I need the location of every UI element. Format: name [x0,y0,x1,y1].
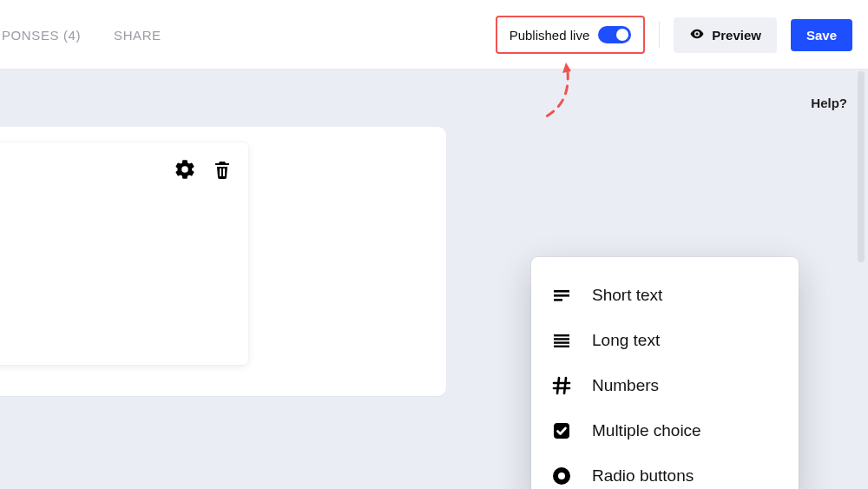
svg-rect-5 [554,341,569,343]
publish-label: Published live [510,28,590,43]
field-type-numbers[interactable]: Numbers [531,363,799,408]
hash-icon [550,375,573,396]
radio-icon [550,466,573,486]
svg-line-8 [564,378,566,393]
svg-rect-2 [554,299,562,301]
help-link[interactable]: Help? [811,96,847,110]
eye-icon [689,26,705,44]
question-actions [174,158,233,184]
svg-rect-4 [554,338,569,340]
header-nav-left: PONSES (4) SHARE [0,0,163,69]
header-right: Published live Preview Save [496,0,852,69]
svg-point-13 [558,472,565,479]
checkbox-icon [550,420,573,441]
field-type-short-text[interactable]: Short text [531,273,799,318]
form-card [0,127,446,396]
separator [659,22,660,48]
gear-icon[interactable] [174,158,196,184]
field-type-label: Short text [592,286,662,305]
header: PONSES (4) SHARE Published live Preview … [0,0,868,69]
preview-button-label: Preview [712,28,761,43]
canvas: Help? Short text [0,69,868,489]
field-type-label: Radio buttons [592,466,694,486]
question-block[interactable] [0,142,248,365]
tab-share[interactable]: SHARE [112,28,163,43]
svg-rect-0 [554,290,569,293]
field-type-radio-buttons[interactable]: Radio buttons [531,453,799,489]
svg-rect-3 [554,334,569,336]
scrollbar[interactable] [858,71,865,262]
preview-button[interactable]: Preview [674,17,777,53]
long-text-icon [550,330,573,351]
svg-rect-6 [554,346,569,347]
short-text-icon [550,285,573,306]
field-type-label: Multiple choice [592,421,701,440]
field-type-label: Long text [592,331,660,350]
save-button-label: Save [806,28,837,43]
field-type-label: Numbers [592,376,659,395]
field-type-menu: Short text Long text Numbers Multiple ch… [531,257,799,489]
publish-toggle[interactable] [598,26,631,43]
svg-line-7 [557,378,559,393]
annotation-arrow [536,61,589,139]
svg-rect-1 [554,294,569,297]
publish-highlight-box: Published live [496,16,646,54]
trash-icon[interactable] [212,158,233,184]
field-type-long-text[interactable]: Long text [531,318,799,363]
field-type-multiple-choice[interactable]: Multiple choice [531,408,799,453]
save-button[interactable]: Save [791,19,852,51]
tab-responses[interactable]: PONSES (4) [0,28,82,43]
